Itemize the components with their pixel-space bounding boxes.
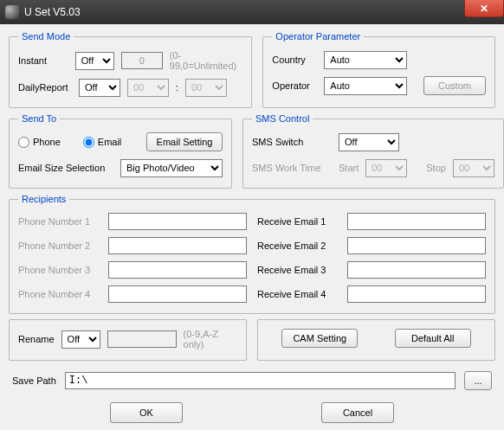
instant-label: Instant xyxy=(18,55,68,66)
country-label: Country xyxy=(272,54,317,65)
phone3-input xyxy=(108,261,247,279)
email3-input[interactable] xyxy=(347,261,486,279)
email-radio-label: Email xyxy=(98,137,122,147)
email-radio[interactable]: Email xyxy=(83,137,122,148)
sms-stop-select: 00 xyxy=(453,159,494,177)
phone1-input xyxy=(108,213,247,230)
rename-label: Rename xyxy=(18,334,55,344)
dailyreport-label: DailyReport xyxy=(18,82,72,93)
ok-button[interactable]: OK xyxy=(110,402,183,423)
recipients-group: Recipients Phone Number 1 Phone Number 2… xyxy=(9,194,495,314)
sms-start-label: Start xyxy=(339,163,359,173)
sms-worktime-label: SMS Work Time xyxy=(252,163,332,173)
time-separator: : xyxy=(176,82,178,93)
close-icon: ✕ xyxy=(480,3,488,15)
rename-hint: (0-9,A-Z only) xyxy=(184,329,237,349)
sms-control-group: SMS Control SMS Switch Off SMS Work Time… xyxy=(242,113,504,189)
cam-setting-button[interactable]: CAM Setting xyxy=(281,329,358,348)
phone1-label: Phone Number 1 xyxy=(18,216,101,227)
window-title: U Set V5.03 xyxy=(24,6,81,18)
send-to-legend: Send To xyxy=(18,113,60,124)
phone2-input xyxy=(108,237,247,254)
rename-input xyxy=(107,330,177,348)
browse-button[interactable]: ... xyxy=(464,371,492,390)
operator-label: Operator xyxy=(272,80,317,91)
instant-hint: (0-99,0=Unlimited) xyxy=(170,50,243,71)
phone4-label: Phone Number 4 xyxy=(18,289,101,299)
app-icon xyxy=(5,5,19,19)
title-bar: U Set V5.03 ✕ xyxy=(0,0,504,24)
send-mode-group: Send Mode Instant Off (0-99,0=Unlimited)… xyxy=(9,31,252,108)
send-to-group: Send To Phone Email Email Setting Email … xyxy=(9,113,232,189)
close-button[interactable]: ✕ xyxy=(464,0,504,17)
operator-group: Operator Parameter Country Auto Operator… xyxy=(262,31,495,108)
sms-legend: SMS Control xyxy=(252,113,313,124)
default-all-button[interactable]: Default All xyxy=(395,329,471,348)
custom-button: Custom xyxy=(423,76,486,95)
cam-default-group: CAM Setting Default All xyxy=(257,319,495,361)
instant-select[interactable]: Off xyxy=(75,52,114,70)
email2-label: Receive Email 2 xyxy=(257,240,340,251)
operator-legend: Operator Parameter xyxy=(272,31,364,42)
email4-label: Receive Email 4 xyxy=(257,289,340,299)
save-path-label: Save Path xyxy=(12,375,56,386)
email2-input[interactable] xyxy=(347,237,486,254)
email3-label: Receive Email 3 xyxy=(257,265,340,275)
phone-radio-label: Phone xyxy=(33,137,61,147)
dailyreport-hour-select: 00 xyxy=(127,79,169,97)
rename-group: Rename Off (0-9,A-Z only) xyxy=(9,319,247,361)
sms-stop-label: Stop xyxy=(426,163,446,173)
instant-count-input xyxy=(121,52,163,69)
phone-radio[interactable]: Phone xyxy=(18,137,61,148)
country-select[interactable]: Auto xyxy=(324,51,407,69)
phone3-label: Phone Number 3 xyxy=(18,265,101,275)
phone2-label: Phone Number 2 xyxy=(18,240,101,251)
email-size-label: Email Size Selection xyxy=(18,163,113,173)
email4-input[interactable] xyxy=(347,285,486,303)
phone4-input xyxy=(108,285,247,303)
email1-input[interactable] xyxy=(347,213,486,230)
sms-switch-select[interactable]: Off xyxy=(339,133,399,151)
cancel-button[interactable]: Cancel xyxy=(321,402,394,423)
email-size-select[interactable]: Big Photo/Video xyxy=(120,159,223,177)
operator-select[interactable]: Auto xyxy=(324,77,407,95)
dailyreport-select[interactable]: Off xyxy=(79,79,120,97)
email-setting-button[interactable]: Email Setting xyxy=(146,132,223,151)
rename-select[interactable]: Off xyxy=(61,330,100,349)
sms-switch-label: SMS Switch xyxy=(252,137,332,147)
recipients-legend: Recipients xyxy=(18,194,69,204)
dailyreport-minute-select: 00 xyxy=(185,79,227,97)
sms-start-select: 00 xyxy=(365,159,407,177)
email1-label: Receive Email 1 xyxy=(257,216,340,227)
save-path-input[interactable] xyxy=(65,372,456,389)
send-mode-legend: Send Mode xyxy=(18,31,74,42)
